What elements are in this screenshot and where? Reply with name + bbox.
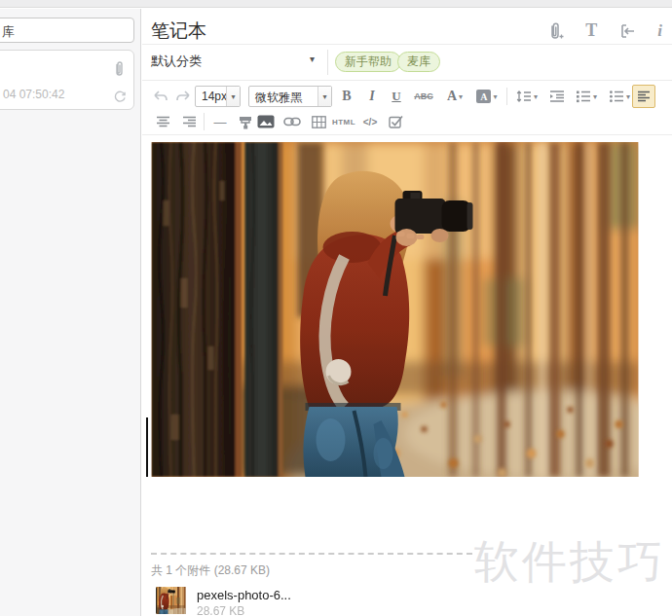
italic-button[interactable]: I [360,85,384,108]
font-color-button[interactable]: A▾ [440,85,469,108]
help-button[interactable]: 新手帮助 [335,52,401,72]
ordered-list-button[interactable]: ▾ [571,85,602,108]
underline-button[interactable]: U [385,85,408,108]
watermark-text: 软件技巧 [474,532,665,593]
align-right-button[interactable] [177,110,201,133]
insert-table-button[interactable] [307,110,330,133]
sync-icon[interactable] [113,90,127,103]
attachment-summary: 共 1 个附件 (28.67 KB) [151,562,270,579]
divider [506,88,507,105]
note-list-item[interactable]: 04 07:50:42 [0,50,134,110]
divider [142,80,672,81]
chevron-down-icon[interactable]: ▾ [310,54,315,64]
divider [142,134,672,135]
font-family-value: 微软雅黑 [249,87,317,106]
divider [204,113,205,130]
bold-button[interactable]: B [335,85,358,108]
category-dropdown[interactable]: 默认分类 [151,53,202,70]
insert-image-button[interactable] [254,110,278,133]
divider [327,50,328,75]
notes-sidebar: 库 04 07:50:42 [0,9,141,616]
font-family-select[interactable]: 微软雅黑 ▾ [248,86,332,107]
font-size-select[interactable]: 14px ▾ [195,86,241,107]
unordered-list-button[interactable]: ▾ [604,85,635,108]
header-actions: T i [547,20,662,41]
note-timestamp: 04 07:50:42 [3,88,64,101]
search-input-value: 库 [2,23,15,41]
exit-fullscreen-icon[interactable] [618,23,636,39]
note-app-window: 库 04 07:50:42 笔记本 T i 默认分类 ▾ [0,0,672,616]
highlight-color-button[interactable]: A▾ [471,85,503,108]
editor-panel: 笔记本 T i 默认分类 ▾ 新手帮助 麦库 14px ▾ [142,9,672,616]
attachment-filesize: 28.67 KB [197,604,244,616]
search-input[interactable]: 库 [0,18,134,43]
note-photo[interactable] [151,142,639,477]
html-source-button[interactable]: HTML [330,110,357,133]
text-caret [146,417,148,477]
redo-button[interactable] [171,85,195,108]
chevron-down-icon: ▾ [317,87,331,106]
strikethrough-button[interactable]: ABC [409,85,438,108]
chevron-down-icon: ▾ [226,87,240,106]
maiku-button[interactable]: 麦库 [397,52,440,72]
info-icon[interactable]: i [657,21,662,41]
indent-button[interactable] [545,85,569,108]
attachment-divider [151,553,472,555]
align-center-button[interactable] [151,110,174,133]
plain-text-icon[interactable]: T [585,20,597,41]
checkbox-todo-button[interactable] [384,110,407,133]
font-size-value: 14px [196,87,226,106]
horizontal-rule-button[interactable]: — [208,110,232,133]
attachment-paperclip-icon [113,60,126,78]
code-block-button[interactable]: </> [357,110,383,133]
undo-button[interactable] [149,85,172,108]
note-title[interactable]: 笔记本 [151,18,206,44]
line-height-button[interactable]: ▾ [512,85,541,108]
attachment-filename[interactable]: pexels-photo-6... [197,588,291,602]
insert-link-button[interactable] [280,110,304,133]
window-top-strip [0,0,672,8]
attachment-thumbnail[interactable] [156,587,191,614]
divider [142,44,672,45]
align-left-button[interactable] [632,85,655,108]
attach-file-icon[interactable] [547,21,564,41]
